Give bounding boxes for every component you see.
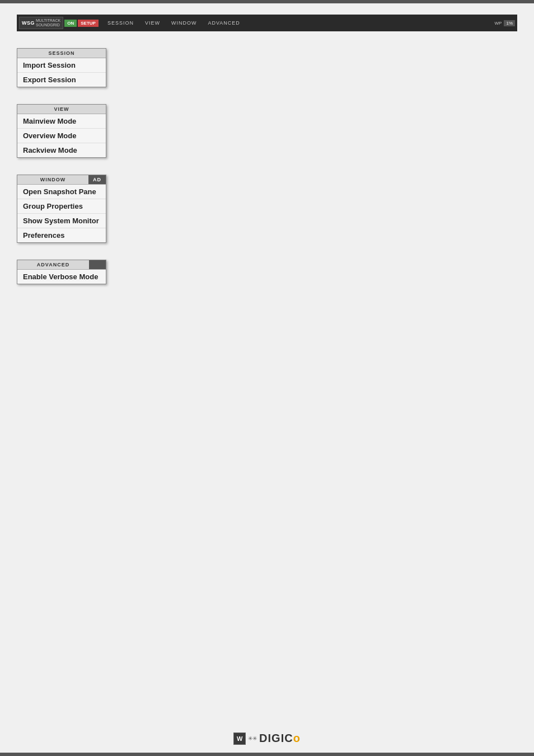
show-system-monitor-item[interactable]: Show System Monitor [17,214,106,228]
window-dropdown-header-row: WINDOW AD [17,175,106,185]
view-dropdown-section: VIEW Mainview Mode Overview Mode Rackvie… [17,104,517,158]
content-area: WSG MULTITRACK SOUNDGRID ON SETUP SESSIO… [0,3,534,312]
advanced-dropdown-container: ADVANCED Enable Verbose Mode [17,260,517,284]
menu-right: WP 1% [495,20,515,26]
window-header-right: AD [88,175,106,184]
menu-right-value: 1% [504,20,515,26]
export-session-item[interactable]: Export Session [17,73,106,87]
group-properties-item[interactable]: Group Properties [17,199,106,214]
advanced-header-label: ADVANCED [17,260,89,269]
overview-mode-item[interactable]: Overview Mode [17,129,106,143]
menu-bar: WSG MULTITRACK SOUNDGRID ON SETUP SESSIO… [17,15,517,31]
menu-session[interactable]: SESSION [107,20,134,26]
bottom-border [0,753,534,756]
menu-advanced[interactable]: ADVANCED [208,20,240,26]
advanced-dropdown: ADVANCED Enable Verbose Mode [17,260,106,284]
logo-line2: SOUNDGRID [36,23,60,27]
on-button[interactable]: ON [64,20,77,27]
mainview-mode-item[interactable]: Mainview Mode [17,114,106,129]
enable-verbose-mode-item[interactable]: Enable Verbose Mode [17,270,106,284]
logo-subtext: MULTITRACK SOUNDGRID [36,18,60,27]
menu-items-group: SESSION VIEW WINDOW ADVANCED [102,20,494,26]
logo-line1: MULTITRACK [36,18,60,23]
logo-box: WSG MULTITRACK SOUNDGRID [19,17,63,29]
setup-button[interactable]: SETUP [78,20,99,27]
preferences-item[interactable]: Preferences [17,228,106,242]
window-dropdown: WINDOW AD Open Snapshot Pane Group Prope… [17,175,106,243]
footer-brand: DIGICo [259,732,301,745]
import-session-item[interactable]: Import Session [17,58,106,73]
footer-logo-box: W [233,732,246,745]
menu-window[interactable]: WINDOW [171,20,197,26]
advanced-dropdown-header-row: ADVANCED [17,260,106,270]
session-dropdown-section: SESSION Import Session Export Session [17,48,517,87]
footer: W ✳✳ DIGICo [0,732,534,745]
footer-brand-co: o [293,732,301,744]
view-dropdown-header: VIEW [17,105,106,114]
footer-logo-letter: W [237,735,242,742]
menu-bar-logo: WSG MULTITRACK SOUNDGRID ON SETUP [19,17,99,29]
footer-logo: W ✳✳ DIGICo [233,732,301,745]
session-dropdown-header: SESSION [17,49,106,58]
window-dropdown-section: WINDOW AD Open Snapshot Pane Group Prope… [17,175,517,243]
advanced-dropdown-section: ADVANCED Enable Verbose Mode [17,260,517,284]
session-dropdown: SESSION Import Session Export Session [17,48,106,87]
open-snapshot-pane-item[interactable]: Open Snapshot Pane [17,185,106,199]
logo-wsg-text: WSG [22,20,35,26]
advanced-header-side [89,260,106,269]
view-dropdown: VIEW Mainview Mode Overview Mode Rackvie… [17,104,106,158]
window-header-label: WINDOW [17,175,88,184]
rackview-mode-item[interactable]: Rackview Mode [17,143,106,157]
footer-stars: ✳✳ [248,735,257,741]
footer-brand-digi: DIGIC [259,732,293,744]
menu-right-label: WP [495,21,502,26]
menu-view[interactable]: VIEW [145,20,160,26]
